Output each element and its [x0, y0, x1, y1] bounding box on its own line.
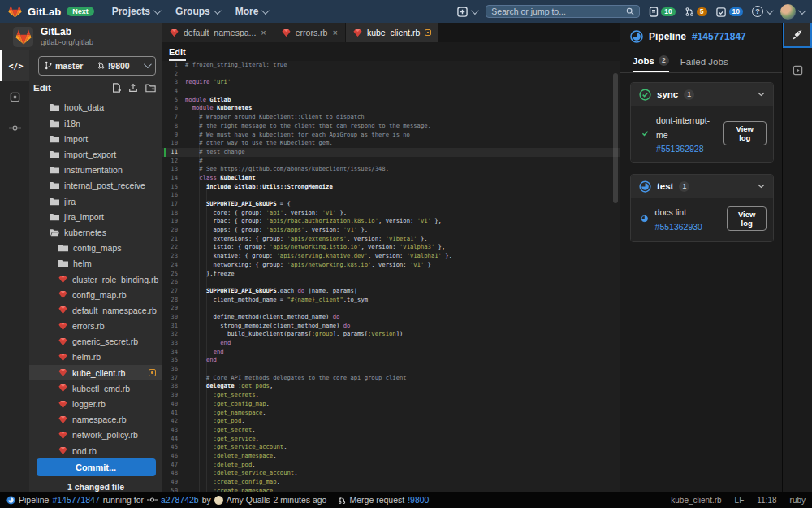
- code-line[interactable]: 27 SUPPORTED_API_GROUPS.each do |name, p…: [162, 287, 620, 296]
- activity-edit-button[interactable]: </>: [0, 50, 29, 81]
- code-line[interactable]: 16: [162, 191, 620, 200]
- tree-item-kube_client.rb[interactable]: kube_client.rb: [29, 365, 162, 380]
- gitlab-logo-icon[interactable]: [8, 5, 22, 18]
- brand-title[interactable]: GitLab: [28, 6, 61, 18]
- code-line[interactable]: 17 SUPPORTED_API_GROUPS = {: [162, 200, 620, 209]
- search-box[interactable]: [486, 5, 640, 18]
- code-line[interactable]: 45 :get_service_account,: [162, 443, 620, 452]
- code-line[interactable]: 24 networking: { group: 'apis/networking…: [162, 261, 620, 270]
- editor-tab-kube_client.rb[interactable]: kube_client.rb: [346, 23, 439, 42]
- branch-selector[interactable]: master !9800: [38, 56, 156, 76]
- code-line[interactable]: 2: [162, 70, 620, 79]
- code-line[interactable]: 43 :get_secret,: [162, 426, 620, 435]
- activity-review-button[interactable]: [0, 81, 29, 112]
- tree-item-jira_import[interactable]: jira_import: [29, 209, 162, 224]
- code-line[interactable]: 5module Gitlab: [162, 96, 620, 105]
- commit-button[interactable]: Commit...: [37, 458, 156, 476]
- tree-item-errors.rb[interactable]: errors.rb: [29, 319, 162, 334]
- code-line[interactable]: 41 :get_namespace,: [162, 409, 620, 418]
- tree-item-helm[interactable]: helm: [29, 256, 162, 271]
- code-line[interactable]: 15 include Gitlab::Utils::StrongMemoize: [162, 183, 620, 192]
- statusbar-cursor-position[interactable]: 11:18: [757, 496, 776, 505]
- tree-item-network_policy.rb[interactable]: network_policy.rb: [29, 428, 162, 443]
- code-line[interactable]: 35 end: [162, 356, 620, 365]
- new-file-icon[interactable]: [111, 83, 121, 93]
- tree-item-instrumentation[interactable]: instrumentation: [29, 163, 162, 178]
- code-line[interactable]: 39 :get_secrets,: [162, 391, 620, 400]
- statusbar-eol[interactable]: LF: [735, 496, 745, 505]
- tree-item-default_namespace.rb[interactable]: default_namespace.rb: [29, 302, 162, 318]
- nav-menu-groups[interactable]: Groups: [175, 6, 219, 17]
- code-line[interactable]: 22 istio: { group: 'apis/networking.isti…: [162, 243, 620, 252]
- code-line[interactable]: 18 core: { group: 'api', version: 'v1' }…: [162, 209, 620, 218]
- code-line[interactable]: 20 apps: { group: 'apis/apps', version: …: [162, 226, 620, 235]
- code-line[interactable]: 44 :get_service,: [162, 435, 620, 444]
- code-line[interactable]: 21 extensions: { group: 'apis/extensions…: [162, 235, 620, 244]
- tab-jobs[interactable]: Jobs 2: [633, 50, 669, 72]
- pipeline-id-link[interactable]: #145771847: [52, 495, 99, 505]
- code-line[interactable]: 46 :delete_namespace,: [162, 452, 620, 461]
- activity-pipelines-button[interactable]: [0, 112, 29, 143]
- live-preview-tool-button[interactable]: [783, 58, 812, 83]
- code-line[interactable]: 23 knative: { group: 'apis/serving.knati…: [162, 252, 620, 261]
- code-line[interactable]: 28 client_method_name = "#{name}_client"…: [162, 296, 620, 305]
- code-line[interactable]: 37 # Core API methods delegates to the c…: [162, 374, 620, 383]
- statusbar-pipeline[interactable]: Pipeline #145771847 running for a278742b…: [6, 495, 326, 505]
- tab-failed-jobs[interactable]: Failed Jobs: [680, 50, 728, 72]
- editor-tab-errors.rb[interactable]: errors.rb×: [274, 23, 346, 42]
- tree-item-jira[interactable]: jira: [29, 193, 162, 209]
- code-line[interactable]: 49 :create_config_map,: [162, 478, 620, 487]
- code-line[interactable]: 32 build_kubeclient(params[:group], para…: [162, 330, 620, 339]
- tree-item-helm.rb[interactable]: helm.rb: [29, 350, 162, 365]
- new-folder-icon[interactable]: [145, 83, 156, 93]
- code-line[interactable]: 48 :delete_service_account,: [162, 469, 620, 478]
- job-id-link[interactable]: #551362928: [656, 144, 716, 154]
- merge-requests-counter[interactable]: 5: [685, 7, 707, 17]
- code-line[interactable]: 25 }.freeze: [162, 270, 620, 279]
- code-line[interactable]: 19 rbac: { group: 'apis/rbac.authorizati…: [162, 217, 620, 226]
- tree-item-kubernetes[interactable]: kubernetes: [29, 224, 162, 240]
- close-icon[interactable]: ×: [332, 28, 337, 37]
- code-line[interactable]: 38 delegate :get_pods,: [162, 382, 620, 391]
- stage-header[interactable]: test1: [631, 175, 773, 198]
- upload-icon[interactable]: [128, 83, 138, 93]
- statusbar-merge-request[interactable]: Merge request !9800: [338, 495, 429, 505]
- help-menu[interactable]: ?: [752, 6, 771, 17]
- tree-item-pod.rb[interactable]: pod.rb: [29, 443, 162, 454]
- tree-item-config_maps[interactable]: config_maps: [29, 241, 162, 256]
- code-line[interactable]: 40 :get_config_map,: [162, 400, 620, 409]
- view-log-button[interactable]: View log: [723, 121, 767, 145]
- code-line[interactable]: 7 # Wrapper around Kubeclient::Client to…: [162, 113, 620, 122]
- code-line[interactable]: 26: [162, 278, 620, 287]
- code-line[interactable]: 12 #: [162, 157, 620, 166]
- code-line[interactable]: 8 # the right message to the client that…: [162, 122, 620, 131]
- editor-scrollbar[interactable]: [613, 73, 618, 203]
- code-line[interactable]: 4: [162, 87, 620, 96]
- code-line[interactable]: 47 :delete_pod,: [162, 461, 620, 470]
- job-id-link[interactable]: #551362930: [655, 222, 702, 232]
- tree-item-import[interactable]: import: [29, 131, 162, 146]
- nav-menu-projects[interactable]: Projects: [112, 6, 159, 17]
- pipelines-tool-button[interactable]: [783, 23, 812, 48]
- code-line[interactable]: 10 # other way to use the Kubeclient gem…: [162, 139, 620, 148]
- code-line[interactable]: 6 module Kubernetes: [162, 104, 620, 113]
- code-line[interactable]: 3require 'uri': [162, 78, 620, 87]
- tree-item-generic_secret.rb[interactable]: generic_secret.rb: [29, 334, 162, 350]
- tree-item-logger.rb[interactable]: logger.rb: [29, 396, 162, 411]
- code-line[interactable]: 11 # test change: [162, 148, 620, 157]
- code-line[interactable]: 31 strong_memoize(client_method_name) do: [162, 322, 620, 331]
- commit-sha-link[interactable]: a278742b: [161, 495, 199, 505]
- code-line[interactable]: 9 # We must have a kubeclient for each A…: [162, 131, 620, 140]
- tree-item-config_map.rb[interactable]: config_map.rb: [29, 287, 162, 302]
- nav-menu-more[interactable]: More: [235, 6, 268, 17]
- code-line[interactable]: 42 :get_pod,: [162, 417, 620, 426]
- tree-item-kubectl_cmd.rb[interactable]: kubectl_cmd.rb: [29, 380, 162, 396]
- statusbar-filename[interactable]: kube_client.rb: [671, 496, 721, 505]
- code-line[interactable]: 13 # See https://github.com/abonas/kubec…: [162, 165, 620, 174]
- tree-item-namespace.rb[interactable]: namespace.rb: [29, 412, 162, 428]
- issues-counter[interactable]: 10: [649, 7, 675, 17]
- tree-item-import_export[interactable]: import_export: [29, 146, 162, 162]
- code-line[interactable]: 34 end: [162, 348, 620, 357]
- tree-item-internal_post_receive[interactable]: internal_post_receive: [29, 178, 162, 193]
- mr-link[interactable]: !9800: [408, 495, 429, 505]
